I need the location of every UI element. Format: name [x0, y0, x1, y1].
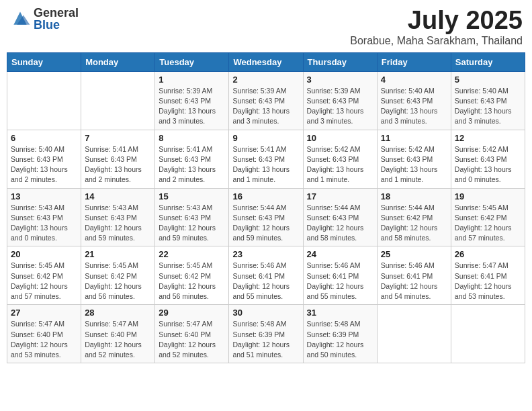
day-info: Sunrise: 5:43 AMSunset: 6:43 PMDaylight:… — [11, 203, 77, 244]
day-info: Sunrise: 5:39 AMSunset: 6:43 PMDaylight:… — [232, 86, 299, 127]
day-number: 21 — [85, 249, 151, 259]
day-number: 13 — [11, 191, 77, 201]
calendar-cell: 28Sunrise: 5:47 AMSunset: 6:40 PMDayligh… — [81, 305, 155, 363]
calendar-cell: 26Sunrise: 5:47 AMSunset: 6:41 PMDayligh… — [451, 246, 525, 305]
day-number: 3 — [307, 75, 373, 85]
calendar-cell: 24Sunrise: 5:46 AMSunset: 6:41 PMDayligh… — [303, 246, 377, 305]
day-info: Sunrise: 5:41 AMSunset: 6:43 PMDaylight:… — [85, 144, 151, 185]
calendar-cell: 11Sunrise: 5:42 AMSunset: 6:43 PMDayligh… — [377, 130, 451, 188]
day-number: 23 — [232, 249, 299, 259]
calendar-week-2: 13Sunrise: 5:43 AMSunset: 6:43 PMDayligh… — [7, 188, 525, 246]
day-number: 22 — [159, 249, 225, 259]
day-number: 12 — [455, 133, 521, 143]
day-number: 7 — [85, 133, 151, 143]
calendar-cell: 1Sunrise: 5:39 AMSunset: 6:43 PMDaylight… — [155, 71, 229, 130]
calendar-cell: 27Sunrise: 5:47 AMSunset: 6:40 PMDayligh… — [7, 305, 81, 363]
day-number: 30 — [232, 308, 299, 318]
day-info: Sunrise: 5:45 AMSunset: 6:42 PMDaylight:… — [159, 261, 225, 302]
day-number: 10 — [307, 133, 373, 143]
day-info: Sunrise: 5:44 AMSunset: 6:43 PMDaylight:… — [232, 203, 299, 244]
day-number: 1 — [159, 75, 225, 85]
day-number: 15 — [159, 191, 225, 201]
calendar-cell: 7Sunrise: 5:41 AMSunset: 6:43 PMDaylight… — [81, 130, 155, 188]
header-tuesday: Tuesday — [155, 52, 229, 71]
day-info: Sunrise: 5:47 AMSunset: 6:40 PMDaylight:… — [85, 319, 151, 360]
header-friday: Friday — [377, 52, 451, 71]
day-number: 6 — [11, 133, 77, 143]
day-info: Sunrise: 5:46 AMSunset: 6:41 PMDaylight:… — [381, 261, 447, 302]
day-info: Sunrise: 5:47 AMSunset: 6:40 PMDaylight:… — [11, 319, 77, 360]
day-number: 27 — [11, 308, 77, 318]
header-monday: Monday — [81, 52, 155, 71]
calendar-cell — [451, 305, 525, 363]
calendar-cell: 17Sunrise: 5:44 AMSunset: 6:43 PMDayligh… — [303, 188, 377, 246]
calendar-cell: 31Sunrise: 5:48 AMSunset: 6:39 PMDayligh… — [303, 305, 377, 363]
calendar-cell: 16Sunrise: 5:44 AMSunset: 6:43 PMDayligh… — [229, 188, 303, 246]
calendar-cell: 29Sunrise: 5:47 AMSunset: 6:40 PMDayligh… — [155, 305, 229, 363]
day-number: 29 — [159, 308, 225, 318]
day-info: Sunrise: 5:45 AMSunset: 6:42 PMDaylight:… — [455, 203, 521, 244]
calendar-cell: 12Sunrise: 5:42 AMSunset: 6:43 PMDayligh… — [451, 130, 525, 188]
calendar-cell: 14Sunrise: 5:43 AMSunset: 6:43 PMDayligh… — [81, 188, 155, 246]
day-info: Sunrise: 5:45 AMSunset: 6:42 PMDaylight:… — [11, 261, 77, 302]
subtitle: Borabue, Maha Sarakham, Thailand — [350, 35, 523, 47]
day-number: 26 — [455, 249, 521, 259]
calendar-cell: 15Sunrise: 5:43 AMSunset: 6:43 PMDayligh… — [155, 188, 229, 246]
calendar-cell: 10Sunrise: 5:42 AMSunset: 6:43 PMDayligh… — [303, 130, 377, 188]
main-title: July 2025 — [350, 7, 523, 35]
day-info: Sunrise: 5:48 AMSunset: 6:39 PMDaylight:… — [307, 319, 373, 360]
day-number: 16 — [232, 191, 299, 201]
logo-general: General — [34, 7, 79, 19]
calendar-table: SundayMondayTuesdayWednesdayThursdayFrid… — [7, 52, 525, 363]
day-number: 25 — [381, 249, 447, 259]
day-number: 5 — [455, 75, 521, 85]
calendar-cell: 20Sunrise: 5:45 AMSunset: 6:42 PMDayligh… — [7, 246, 81, 305]
calendar-cell: 9Sunrise: 5:41 AMSunset: 6:43 PMDaylight… — [229, 130, 303, 188]
calendar-cell: 6Sunrise: 5:40 AMSunset: 6:43 PMDaylight… — [7, 130, 81, 188]
calendar-week-4: 27Sunrise: 5:47 AMSunset: 6:40 PMDayligh… — [7, 305, 525, 363]
day-number: 19 — [455, 191, 521, 201]
day-number: 11 — [381, 133, 447, 143]
logo-blue: Blue — [34, 19, 79, 31]
calendar-cell: 8Sunrise: 5:41 AMSunset: 6:43 PMDaylight… — [155, 130, 229, 188]
day-number: 8 — [159, 133, 225, 143]
day-info: Sunrise: 5:44 AMSunset: 6:43 PMDaylight:… — [307, 203, 373, 244]
calendar-cell — [7, 71, 81, 130]
calendar-cell — [81, 71, 155, 130]
day-number: 14 — [85, 191, 151, 201]
calendar-cell: 22Sunrise: 5:45 AMSunset: 6:42 PMDayligh… — [155, 246, 229, 305]
logo: General Blue — [9, 7, 79, 31]
calendar-cell: 18Sunrise: 5:44 AMSunset: 6:42 PMDayligh… — [377, 188, 451, 246]
day-info: Sunrise: 5:41 AMSunset: 6:43 PMDaylight:… — [159, 144, 225, 185]
calendar-header-row: SundayMondayTuesdayWednesdayThursdayFrid… — [7, 52, 525, 71]
day-info: Sunrise: 5:43 AMSunset: 6:43 PMDaylight:… — [85, 203, 151, 244]
calendar-cell: 13Sunrise: 5:43 AMSunset: 6:43 PMDayligh… — [7, 188, 81, 246]
day-number: 17 — [307, 191, 373, 201]
day-number: 2 — [232, 75, 299, 85]
day-number: 28 — [85, 308, 151, 318]
day-info: Sunrise: 5:40 AMSunset: 6:43 PMDaylight:… — [455, 86, 521, 127]
title-block: July 2025 Borabue, Maha Sarakham, Thaila… — [350, 7, 523, 47]
day-info: Sunrise: 5:43 AMSunset: 6:43 PMDaylight:… — [159, 203, 225, 244]
calendar-cell: 23Sunrise: 5:46 AMSunset: 6:41 PMDayligh… — [229, 246, 303, 305]
calendar-cell — [377, 305, 451, 363]
calendar-cell: 3Sunrise: 5:39 AMSunset: 6:43 PMDaylight… — [303, 71, 377, 130]
calendar-cell: 30Sunrise: 5:48 AMSunset: 6:39 PMDayligh… — [229, 305, 303, 363]
calendar-week-0: 1Sunrise: 5:39 AMSunset: 6:43 PMDaylight… — [7, 71, 525, 130]
header-wednesday: Wednesday — [229, 52, 303, 71]
calendar-week-3: 20Sunrise: 5:45 AMSunset: 6:42 PMDayligh… — [7, 246, 525, 305]
day-number: 18 — [381, 191, 447, 201]
page-header: General Blue July 2025 Borabue, Maha Sar… — [7, 7, 525, 47]
calendar-cell: 19Sunrise: 5:45 AMSunset: 6:42 PMDayligh… — [451, 188, 525, 246]
calendar-week-1: 6Sunrise: 5:40 AMSunset: 6:43 PMDaylight… — [7, 130, 525, 188]
logo-text: General Blue — [34, 7, 79, 31]
day-info: Sunrise: 5:39 AMSunset: 6:43 PMDaylight:… — [159, 86, 225, 127]
day-info: Sunrise: 5:46 AMSunset: 6:41 PMDaylight:… — [307, 261, 373, 302]
day-info: Sunrise: 5:41 AMSunset: 6:43 PMDaylight:… — [232, 144, 299, 185]
day-info: Sunrise: 5:47 AMSunset: 6:41 PMDaylight:… — [455, 261, 521, 302]
day-info: Sunrise: 5:40 AMSunset: 6:43 PMDaylight:… — [11, 144, 77, 185]
logo-icon — [9, 9, 31, 28]
day-info: Sunrise: 5:46 AMSunset: 6:41 PMDaylight:… — [232, 261, 299, 302]
day-info: Sunrise: 5:42 AMSunset: 6:43 PMDaylight:… — [307, 144, 373, 185]
day-info: Sunrise: 5:47 AMSunset: 6:40 PMDaylight:… — [159, 319, 225, 360]
